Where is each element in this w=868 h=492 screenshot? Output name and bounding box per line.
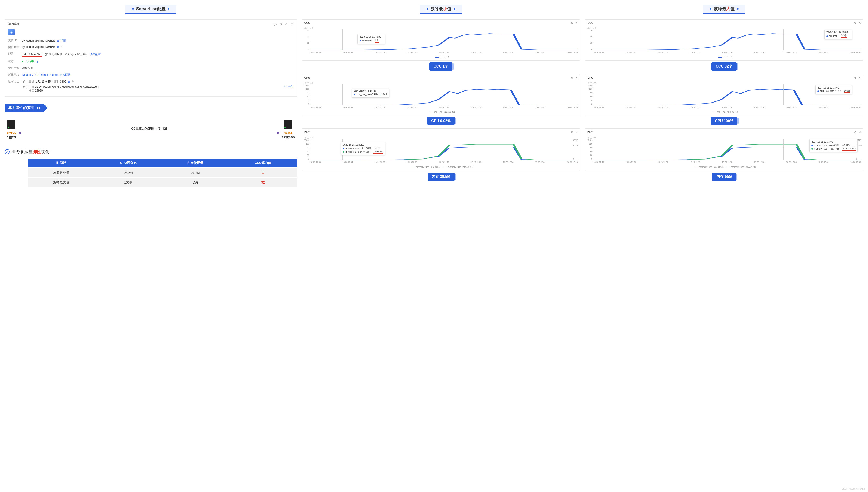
table-row: 波谷最小值 0.02% 29.5M 1 [28,168,297,177]
badge-ccu-trough: CCU 1个 [429,63,452,71]
server-icon [7,120,16,131]
edit-icon[interactable]: ✎ [72,80,74,83]
tooltip: 2023-10-26 12:33:00 memory_use_rate (内存)… [809,139,858,152]
db-icon: ◈ [8,29,15,35]
close-icon[interactable]: ✕ [859,76,861,79]
close-icon[interactable]: ✕ [859,21,861,25]
gear-icon[interactable]: ⚙ [854,131,857,134]
power-icon[interactable]: ⏻ [273,22,276,26]
section-header-peak: 波峰最大值 [703,5,745,14]
close-icon[interactable]: ✕ [575,131,577,134]
table-row: 波峰最大值 100% 55G 32 [28,177,297,187]
tooltip: 2023-10-26 12:33:00 cpu_use_rate (CPU) 1… [815,85,852,94]
refresh-icon[interactable]: ↻ [279,22,282,26]
chart-mem-trough: 内存⚙✕ 单位（%） 150%1209060300 90MB655360 202… [302,128,580,171]
gear-icon[interactable]: ⚙ [571,131,573,134]
badge-cpu-trough: CPU 0.02% [427,117,455,125]
close-link[interactable]: 关闭 [288,85,294,89]
section-header-trough: 波谷最小值 [420,5,462,14]
instance-panel-title: 读写实例 [8,22,20,26]
server-icon [284,120,293,131]
chart-mem-peak: 内存⚙✕ 单位（%） 150%1209060300 90MB655360 202… [585,128,863,171]
copy-icon[interactable]: ⧉ [284,85,286,88]
tooltip: 2023-10-26 11:48:00 ccu (ccu) 1 个 [357,34,385,44]
gear-icon[interactable]: ⚙ [571,21,573,25]
close-icon[interactable]: ✕ [575,76,577,79]
badge-ccu-peak: CCU 32个 [712,63,737,71]
close-icon[interactable]: ✕ [575,21,577,25]
bars-icon[interactable]: ⫿⫿ [35,60,38,63]
chart-cpu-trough: CPU⚙✕ 单位（%） 150%1209060300 2023-10-26 11… [302,74,580,115]
check-icon: ✓ [5,149,10,154]
status-dot-icon [22,61,23,62]
edit-icon[interactable]: ✎ [60,45,63,49]
tooltip: 2023-10-26 12:33:00 ccu (ccu) 32 个 [824,30,852,39]
instance-detail-link[interactable]: 详情 [60,39,66,43]
bullet-load: ✓ 业务负载量弹性变化： [5,149,297,154]
instance-panel: 读写实例 ⏻ ↻ ⤢ 🗑 ◈ 实例 ID cynosdbmysql-ins-j0… [5,19,297,97]
close-icon[interactable]: ✕ [859,131,861,134]
copy-icon[interactable]: ⧉ [57,45,59,49]
badge-mem-trough: 内存 29.5M [427,173,454,181]
chart-ccu-trough: CCU⚙✕ 单位（个） 3930150 2023-10-26 11:48:00 … [302,19,580,60]
range-arrow [19,133,279,133]
range-diagram: MySQL 1核2G CCU算力的范围：[1, 32] MySQL 32核64G [5,120,297,140]
change-network-link[interactable]: 更换网络 [60,73,71,77]
tooltip: 2023-10-26 11:48:00 memory_use_rate (内存)… [341,142,385,155]
config-minmax: Min 1/Max 32 [22,52,42,57]
delete-icon[interactable]: 🗑 [291,22,294,26]
tooltip: 2023-10-26 11:48:00 cpu_use_rate (CPU) 0… [352,89,389,98]
section-header-serverless: Serverless配置 [125,5,176,14]
gear-icon[interactable]: ⚙ [854,21,857,25]
badge-mem-peak: 内存 55G [712,173,736,181]
copy-icon[interactable]: ⧉ [68,80,70,83]
chart-ccu-peak: CCU⚙✕ 单位（个） 3930150 2023-10-26 12:33:00 … [585,19,863,60]
load-table: 时间段 CPU百分比 内存使用量 CCU算力值 波谷最小值 0.02% 29.5… [28,158,297,187]
range-title: 算力弹性的范围 [5,104,297,112]
chart-icon[interactable]: ⤢ [285,22,288,26]
gear-icon[interactable]: ⚙ [854,76,857,79]
chart-cpu-peak: CPU⚙✕ 单位（%） 150%1209060300 2023-10-26 12… [585,74,863,115]
badge-cpu-peak: CPU 100% [711,117,737,125]
copy-icon[interactable]: ⧉ [57,39,59,42]
adjust-config-link[interactable]: 调整配置 [90,52,101,56]
gear-icon[interactable]: ⚙ [571,76,573,79]
